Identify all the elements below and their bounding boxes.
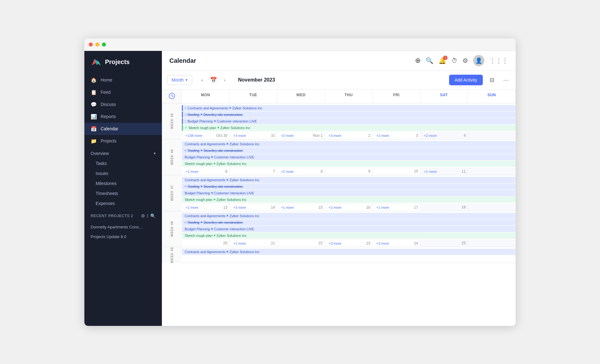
notification-icon[interactable]: 🔔 9: [438, 57, 446, 64]
week-46-events: Contracts and Agreements Zylker Solution…: [182, 139, 516, 168]
event-budget-48[interactable]: Budget Planning Customer interaction LIV…: [182, 226, 516, 232]
sidebar-item-calendar[interactable]: 📅 Calendar: [84, 123, 162, 135]
more-link-8[interactable]: +2 more: [279, 169, 296, 174]
event-dot: [211, 228, 213, 230]
notification-badge: 9: [443, 56, 448, 60]
filter-list-icon[interactable]: ⚙: [141, 213, 145, 218]
event-roofing-47[interactable]: ≈ Roofing Donelley site construction: [182, 183, 516, 190]
sidebar-item-reports[interactable]: 📊 Reports: [84, 111, 162, 123]
projects-icon: 📁: [91, 138, 97, 144]
more-link-3[interactable]: +2 more: [374, 133, 391, 138]
event-sketch-48[interactable]: Sketch rough plan Zylker Solutions Inc: [182, 232, 516, 239]
day-11-num: 11: [462, 169, 466, 174]
minimize-button[interactable]: [95, 42, 99, 47]
clock-icon[interactable]: ⏱: [451, 57, 458, 64]
event-company: Zylker Solutions Inc: [229, 142, 259, 146]
day-oct30-num: Oct 30: [216, 133, 227, 138]
more-link-14[interactable]: +3 more: [232, 205, 248, 210]
more-link-17[interactable]: +1 more: [374, 205, 391, 210]
maximize-button[interactable]: [102, 42, 106, 47]
more-link-11[interactable]: +1 more: [422, 169, 439, 174]
more-link-31[interactable]: +3 more: [232, 133, 248, 138]
prev-button[interactable]: ‹: [197, 75, 207, 85]
settings-icon[interactable]: ⚙: [462, 57, 468, 64]
recent-project-donnelly[interactable]: Donnelly Apartments Cons…: [84, 222, 162, 232]
event-contracts-46[interactable]: Contracts and Agreements Zylker Solution…: [182, 141, 516, 147]
next-button[interactable]: ›: [220, 75, 230, 85]
more-link-nov1[interactable]: +2 more: [279, 133, 296, 138]
sub-nav-tasks[interactable]: Tasks: [84, 158, 162, 168]
event-budget-47[interactable]: Budget Planning Customer interaction LIV…: [182, 190, 516, 196]
week-45-body: ↕ Contracts and Agreements Zylker Soluti…: [182, 103, 516, 139]
event-roofing-48[interactable]: ≈ Roofing Donelley site construction: [182, 219, 516, 226]
event-contracts-45[interactable]: ↕ Contracts and Agreements Zylker Soluti…: [182, 105, 516, 111]
header-sat: SAT: [420, 90, 468, 103]
week-49-body: Contracts and Agreements Zylker Solution…: [182, 247, 516, 263]
sub-nav: Tasks Issues Milestones Timesheets Expen…: [84, 158, 162, 208]
current-period: November 2023: [235, 77, 278, 83]
grid-icon[interactable]: ⋮⋮⋮: [489, 57, 508, 64]
event-row-1: ↕ Contracts and Agreements Zylker Soluti…: [182, 105, 516, 111]
event-text: Roofing: [188, 185, 200, 188]
close-button[interactable]: [89, 42, 93, 47]
event-text: Budget Planning: [188, 119, 213, 123]
day-31: +3 more 31: [230, 132, 278, 139]
week-45-row: WEEK 45 ↕ Contracts and Agreements Zylke…: [162, 103, 516, 139]
recent-project-update[interactable]: Projects Update 8.0: [84, 232, 162, 242]
view-selector[interactable]: Month ▾: [167, 75, 192, 85]
event-contracts-49[interactable]: Contracts and Agreements Zylker Solution…: [182, 249, 516, 255]
event-dot: [214, 120, 216, 122]
event-company: Zylker Solutions Inc: [232, 106, 262, 110]
sub-nav-issues[interactable]: Issues: [84, 168, 162, 178]
sub-nav-milestones[interactable]: Milestones: [84, 178, 162, 188]
more-link-6[interactable]: +1 more: [184, 169, 200, 174]
day-8: +2 more 8: [277, 168, 325, 175]
event-budget-46[interactable]: Budget Planning Customer interaction LIV…: [182, 154, 516, 160]
search-icon[interactable]: 🔍: [426, 57, 433, 64]
app-window: Projects 🏠 Home 📋 Feed 💬 Discuss 📊 Repo: [84, 38, 516, 326]
more-link-24[interactable]: +3 more: [374, 241, 391, 246]
event-company: Customer interaction LIVE: [217, 119, 257, 123]
event-row-3: Budget Planning Customer interaction LIV…: [182, 190, 516, 196]
more-link-21[interactable]: +1 more: [232, 241, 248, 246]
event-sketch-47[interactable]: Sketch rough plan Zylker Solutions Inc: [182, 197, 516, 203]
more-link-23[interactable]: +3 more: [327, 241, 343, 246]
filter-icon[interactable]: ⊟: [488, 75, 496, 85]
sidebar-item-discuss[interactable]: 💬 Discuss: [84, 98, 162, 111]
event-contracts-48[interactable]: Contracts and Agreements Zylker Solution…: [182, 213, 516, 219]
event-row-4: Sketch rough plan Zylker Solutions Inc: [182, 232, 516, 239]
sub-nav-timesheets[interactable]: Timesheets: [84, 188, 162, 198]
search-icon[interactable]: 🔍: [150, 213, 156, 218]
day-13: +1 more 13: [182, 204, 230, 211]
event-roofing-46[interactable]: ≈ Roofing Donelley site construction: [182, 147, 516, 154]
more-link-oct30[interactable]: +138 more: [184, 133, 204, 138]
week-49-events: Contracts and Agreements Zylker Solution…: [182, 247, 516, 256]
sub-nav-expenses[interactable]: Expenses: [84, 198, 162, 208]
more-link-15[interactable]: +1 more: [279, 205, 296, 210]
sidebar-item-feed[interactable]: 📋 Feed: [84, 86, 162, 98]
more-link-16[interactable]: +2 more: [327, 205, 343, 210]
add-activity-button[interactable]: Add Activity: [449, 75, 483, 85]
add-icon[interactable]: ⊕: [415, 57, 421, 65]
overview-toggle[interactable]: Overview ▾: [84, 148, 162, 158]
day-26-sun: [468, 240, 516, 247]
user-avatar[interactable]: 👤: [473, 55, 484, 66]
event-row-1: Contracts and Agreements Zylker Solution…: [182, 249, 516, 255]
event-text: Budget Planning: [185, 191, 210, 195]
sidebar-item-home[interactable]: 🏠 Home: [84, 74, 162, 86]
event-row-4: Sketch rough plan Zylker Solutions Inc: [182, 161, 516, 167]
sidebar-item-projects[interactable]: 📁 Projects: [84, 135, 162, 147]
day-17: +1 more 17: [372, 204, 420, 211]
event-sketch-45[interactable]: ✓ Sketch rough plan Zylker Solutions Inc: [182, 125, 516, 131]
event-text: Contracts and Agreements: [185, 142, 225, 146]
more-options-icon[interactable]: ⋯: [501, 75, 511, 85]
event-roofing-45[interactable]: ↕ Roofing Donelley site construction: [182, 112, 516, 118]
week-46-label: WEEK 46: [162, 139, 182, 175]
event-budget-45[interactable]: ↕ Budget Planning Customer interaction L…: [182, 118, 516, 124]
today-button[interactable]: 📅: [208, 75, 218, 85]
event-sketch-46[interactable]: Sketch rough plan Zylker Solutions Inc: [182, 161, 516, 167]
more-link-2[interactable]: +3 more: [327, 133, 343, 138]
event-contracts-47[interactable]: Contracts and Agreements Zylker Solution…: [182, 177, 516, 183]
more-link-13[interactable]: +1 more: [184, 205, 200, 210]
more-link-4[interactable]: +2 more: [422, 133, 439, 138]
